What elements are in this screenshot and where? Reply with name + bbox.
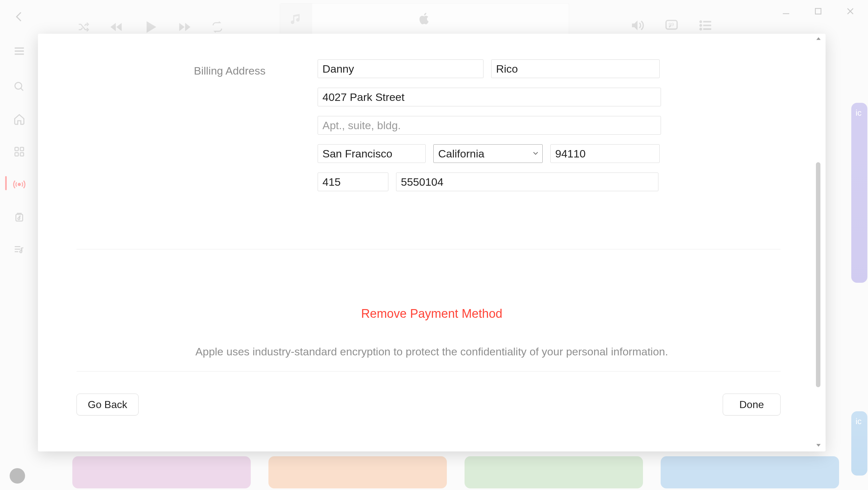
svg-marker-33 — [816, 444, 820, 447]
payment-modal: Billing Address California — [38, 34, 826, 452]
phone-area-input[interactable] — [318, 172, 389, 191]
encryption-note: Apple uses industry-standard encryption … — [38, 346, 826, 358]
first-name-input[interactable] — [318, 60, 484, 78]
svg-marker-32 — [816, 37, 820, 40]
address-line1-input[interactable] — [318, 88, 661, 106]
scroll-down-icon[interactable] — [815, 442, 822, 450]
state-select-value: California — [438, 148, 485, 160]
chevron-down-icon — [531, 148, 540, 160]
city-input[interactable] — [318, 144, 426, 163]
scrollbar-thumb[interactable] — [816, 162, 820, 387]
scroll-up-icon[interactable] — [815, 36, 822, 43]
go-back-button[interactable]: Go Back — [76, 394, 138, 416]
divider — [76, 371, 780, 371]
phone-number-input[interactable] — [396, 172, 658, 191]
done-button[interactable]: Done — [723, 394, 780, 416]
address-line2-input[interactable] — [318, 116, 661, 135]
divider — [76, 249, 780, 249]
modal-scrollbar[interactable] — [814, 34, 823, 452]
billing-address-label: Billing Address — [194, 65, 266, 77]
last-name-input[interactable] — [491, 60, 660, 78]
remove-payment-link[interactable]: Remove Payment Method — [38, 307, 826, 321]
state-select[interactable]: California — [433, 144, 542, 163]
zip-input[interactable] — [550, 144, 660, 163]
